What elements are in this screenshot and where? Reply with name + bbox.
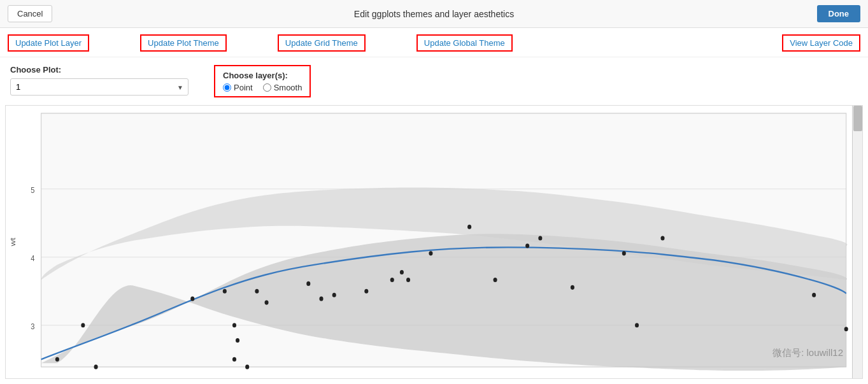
svg-point-33 — [812, 293, 816, 297]
svg-point-36 — [94, 365, 98, 369]
svg-point-30 — [622, 251, 626, 255]
svg-point-28 — [538, 236, 542, 240]
dialog-title: Edit ggplots themes and layer aesthetics — [354, 9, 514, 19]
header-bar: Cancel Edit ggplots themes and layer aes… — [0, 0, 868, 28]
choose-plot-group: Choose Plot: 1 — [10, 65, 189, 96]
scrollbar-thumb[interactable] — [853, 106, 862, 131]
svg-point-13 — [232, 323, 236, 327]
done-button[interactable]: Done — [817, 5, 861, 22]
svg-point-27 — [525, 243, 529, 248]
layer-smooth-option[interactable]: Smooth — [263, 83, 302, 92]
choose-layers-label: Choose layer(s): — [223, 71, 288, 80]
plot-select-wrapper: 1 — [10, 78, 189, 96]
svg-point-16 — [265, 301, 269, 305]
svg-text:3: 3 — [31, 322, 34, 331]
svg-point-31 — [635, 323, 639, 327]
update-grid-theme-button[interactable]: Update Grid Theme — [278, 34, 366, 52]
dialog: Cancel Edit ggplots themes and layer aes… — [0, 0, 868, 384]
svg-text:4: 4 — [31, 253, 34, 263]
chart-svg: 3 4 5 wt — [6, 106, 862, 378]
svg-point-25 — [467, 225, 471, 229]
layer-point-radio[interactable] — [223, 83, 231, 92]
scrollbar[interactable] — [852, 106, 862, 378]
svg-point-10 — [81, 323, 85, 327]
toolbar: Update Plot Layer Update Plot Theme Upda… — [0, 28, 868, 57]
svg-point-14 — [236, 338, 239, 343]
update-global-theme-button[interactable]: Update Global Theme — [416, 34, 513, 52]
toolbar-group: Update Plot Layer Update Plot Theme Upda… — [8, 34, 860, 52]
svg-point-17 — [306, 281, 310, 286]
svg-point-18 — [319, 297, 323, 301]
chart-area: 3 4 5 wt — [5, 105, 863, 379]
svg-point-37 — [232, 357, 236, 362]
svg-point-15 — [255, 289, 259, 294]
layer-point-option[interactable]: Point — [223, 83, 253, 92]
svg-point-24 — [429, 251, 432, 255]
choose-layers-group: Choose layer(s): Point Smooth — [214, 65, 311, 97]
view-layer-code-button[interactable]: View Layer Code — [782, 34, 860, 52]
svg-point-35 — [55, 357, 59, 362]
update-plot-theme-button[interactable]: Update Plot Theme — [140, 34, 227, 52]
plot-select[interactable]: 1 — [10, 78, 189, 96]
svg-text:wt: wt — [9, 238, 17, 247]
svg-point-21 — [390, 278, 394, 282]
layer-point-label: Point — [234, 83, 253, 92]
layers-box: Choose layer(s): Point Smooth — [214, 65, 311, 97]
svg-point-11 — [190, 297, 194, 301]
svg-point-20 — [364, 289, 368, 294]
svg-point-19 — [332, 293, 336, 297]
svg-point-12 — [223, 289, 227, 294]
layer-smooth-radio[interactable] — [263, 83, 271, 92]
layer-smooth-label: Smooth — [274, 83, 302, 92]
update-plot-layer-button[interactable]: Update Plot Layer — [8, 34, 89, 52]
svg-point-38 — [245, 365, 249, 369]
svg-point-32 — [660, 236, 664, 240]
cancel-button[interactable]: Cancel — [8, 5, 52, 22]
svg-point-29 — [571, 285, 574, 290]
svg-point-34 — [844, 327, 848, 331]
choose-plot-label: Choose Plot: — [10, 65, 189, 75]
svg-point-23 — [406, 278, 410, 282]
controls-row: Choose Plot: 1 Choose layer(s): Point Sm — [0, 57, 868, 105]
layers-radio-group: Point Smooth — [223, 83, 302, 92]
svg-point-22 — [400, 270, 404, 274]
svg-point-26 — [494, 278, 497, 282]
svg-text:5: 5 — [31, 185, 34, 195]
